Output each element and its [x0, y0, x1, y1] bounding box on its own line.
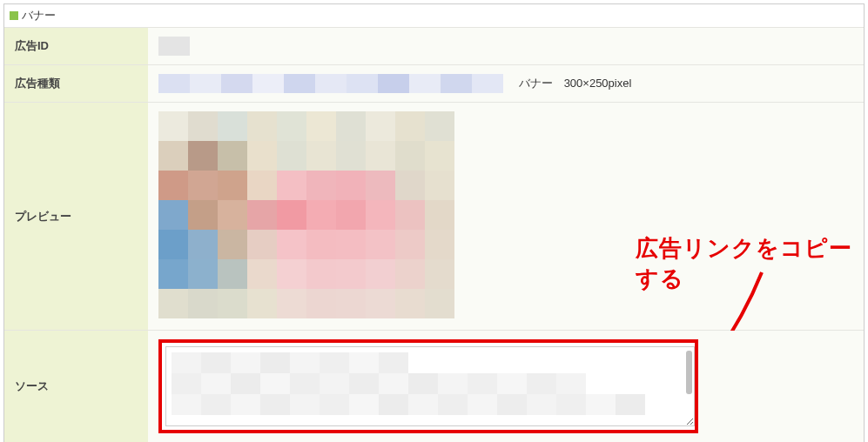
preview-label: プレビュー [4, 103, 148, 331]
ad-type-text: バナー 300×250pixel [519, 76, 632, 91]
ad-type-value: バナー 300×250pixel [148, 65, 864, 103]
redacted-ad-id [158, 37, 190, 56]
table-row-ad-type: 広告種類 バナー 300×250pixel [4, 65, 864, 103]
source-value [148, 331, 864, 443]
source-textarea[interactable] [165, 346, 695, 426]
preview-value: 広告リンクをコピーする [148, 103, 864, 331]
scrollbar-thumb[interactable] [686, 351, 692, 394]
source-label: ソース [4, 331, 148, 443]
source-highlight-box [158, 339, 698, 433]
ad-details-table: 広告ID 広告種類 バナー 300×250pixel プレビュー [4, 27, 864, 442]
banner-panel: バナー 広告ID 広告種類 バナー 300×250pixel プレビュー [3, 3, 865, 442]
table-row-source: ソース [4, 331, 864, 443]
ad-id-label: 広告ID [4, 28, 148, 65]
section-title: バナー [22, 8, 56, 23]
table-row-ad-id: 広告ID [4, 28, 864, 65]
callout-text: 広告リンクをコピーする [636, 233, 864, 294]
section-bullet-icon [10, 11, 18, 20]
table-row-preview: プレビュー 広告リンクをコピーする [4, 103, 864, 331]
redacted-source [166, 347, 694, 420]
section-header: バナー [4, 4, 864, 27]
ad-id-value [148, 28, 864, 65]
callout-annotation: 広告リンクをコピーする [636, 233, 864, 294]
redacted-ad-type [158, 74, 503, 93]
ad-type-label: 広告種類 [4, 65, 148, 103]
preview-image [158, 111, 454, 318]
